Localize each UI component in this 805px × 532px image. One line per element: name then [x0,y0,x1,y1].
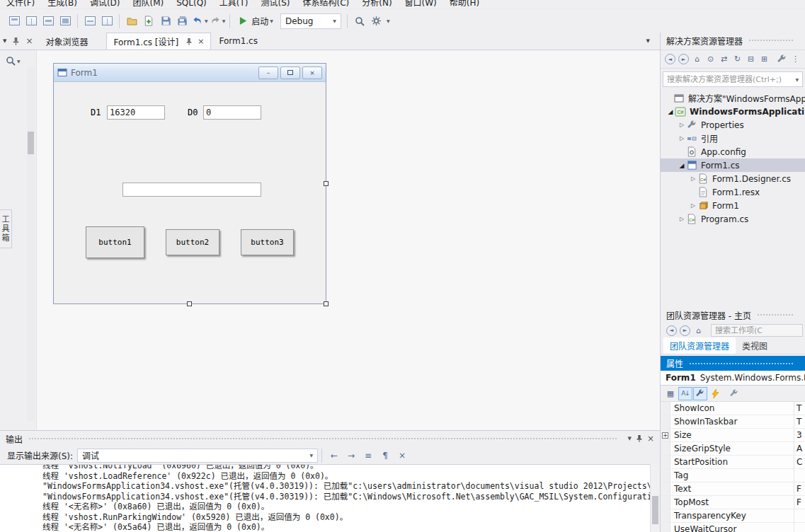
vertical-scrollbar[interactable] [27,67,35,421]
tree-item-form1-resx[interactable]: Form1.resx [661,185,805,199]
expander-collapsed-icon[interactable]: ▷ [689,175,697,182]
property-row[interactable]: TopMost F [661,496,805,509]
work-item-search-box[interactable] [711,324,803,337]
open-file-icon[interactable] [124,13,139,30]
property-value[interactable] [794,523,805,532]
forward-icon[interactable]: ► [678,54,689,64]
back-icon[interactable]: ◄ [666,325,677,336]
property-value[interactable]: T [794,402,805,415]
tree-item-project[interactable]: ◢ C# WindowsFormsApplicati [661,105,805,118]
close-button[interactable]: × [302,66,322,79]
forward-icon[interactable]: ► [680,325,690,336]
events-icon[interactable] [708,387,722,400]
textbox3[interactable] [122,183,261,197]
button1[interactable]: button1 [86,226,144,258]
home-icon[interactable]: ⌂ [692,324,705,337]
menu-tools[interactable]: 工具(T) [213,0,255,9]
drag-grip[interactable] [748,39,794,42]
next-message-icon[interactable]: → [343,449,359,463]
options-gear-icon[interactable] [369,13,384,30]
menu-test[interactable]: 测试(S) [254,0,296,9]
button3[interactable]: button3 [241,229,294,255]
add-item-icon[interactable] [141,13,156,30]
word-wrap-icon[interactable]: ¶ [377,449,393,463]
property-row[interactable]: Text F [661,482,805,496]
tab-form1-design[interactable]: Form1.cs [设计] × [106,33,211,50]
redo-icon[interactable]: ▼ [210,13,226,30]
toolbar-overflow-icon[interactable]: ⋮ [789,52,802,66]
resize-handle-bottom[interactable] [187,301,192,306]
properties-view-icon[interactable] [693,387,707,400]
drag-grip[interactable] [757,313,794,316]
tree-item-properties[interactable]: ▷ Properties [661,118,805,132]
save-icon[interactable] [158,13,173,30]
tree-item-form1-class[interactable]: ▷ Form1 [661,199,805,212]
alphabetical-icon[interactable]: A↓ [678,387,692,400]
minimize-button[interactable]: – [258,66,278,79]
property-pages-icon[interactable] [727,387,741,400]
property-row[interactable]: + Size 3 [661,429,805,442]
chevron-down-icon[interactable]: ▼ [222,18,226,23]
menu-architecture[interactable]: 体系结构(C) [296,0,355,9]
tab-list-chevron-icon[interactable]: ▼ [646,38,650,44]
align-vertical-icon[interactable] [99,13,115,30]
tree-item-references[interactable]: ▷ 引用 [661,132,805,145]
designed-form[interactable]: Form1 – × D1 16320 D0 0 button1 button2 … [53,63,326,304]
menu-build[interactable]: 生成(B) [41,0,84,9]
property-row[interactable]: Tag [661,469,805,482]
expander-collapsed-icon[interactable]: ▷ [678,135,686,141]
collapse-all-icon[interactable]: ⊟ [744,52,758,66]
tree-item-form1-designer[interactable]: ▷ C# Form1.Designer.cs [661,172,805,185]
property-value[interactable]: T [794,415,805,428]
expander-expanded-icon[interactable]: ◢ [666,108,675,115]
property-row[interactable]: StartPosition C [661,456,805,469]
tree-item-programcs[interactable]: ▷ C# Program.cs [661,212,805,226]
save-all-icon[interactable] [175,13,190,30]
categorized-icon[interactable]: ▦ [663,387,678,400]
pin-icon[interactable] [12,37,20,46]
scrollbar-thumb[interactable] [28,132,34,154]
align-horizontal-icon[interactable] [82,13,98,30]
expander-collapsed-icon[interactable]: ▷ [678,122,686,128]
tree-item-solution[interactable]: 解决方案"WindowsFormsApp [661,91,805,105]
output-source-combo[interactable]: 调试 ▼ [77,449,318,463]
properties-object-combo[interactable]: Form1 System.Windows.Forms.F [661,371,805,386]
label-d1[interactable]: D1 [91,108,101,117]
team-explorer-header[interactable]: 团队资源管理器 - 主页 [661,307,805,323]
pin-icon[interactable] [636,434,643,443]
close-icon[interactable]: × [198,37,204,46]
properties-panel-header[interactable]: 属性 [661,356,805,371]
menu-window[interactable]: 窗口(W) [399,0,443,9]
tree-item-form1cs[interactable]: ◢ Form1.cs [661,158,805,172]
property-row[interactable]: SizeGripStyle A [661,442,805,456]
drag-grip[interactable] [28,437,618,440]
output-scrollbar[interactable] [650,464,660,532]
search-icon[interactable]: ▼ [6,56,21,66]
menu-help[interactable]: 帮助(H) [443,0,486,9]
window-layout-icon[interactable] [6,13,22,30]
expand-plus-icon[interactable]: + [662,432,668,439]
property-value[interactable]: F [794,496,805,509]
textbox-d1[interactable]: 16320 [107,105,165,120]
tree-item-appconfig[interactable]: App.config [661,145,805,158]
previous-message-icon[interactable]: ← [326,449,342,463]
pin-icon[interactable] [185,37,193,46]
resize-handle-corner[interactable] [324,301,329,306]
refresh-icon[interactable]: ↻ [731,52,744,66]
property-value[interactable]: C [794,456,805,468]
tab-class-view[interactable]: 类视图 [736,337,774,354]
expander-expanded-icon[interactable]: ◢ [678,162,686,169]
toolbar-overflow-icon[interactable]: ▼ [387,18,390,23]
home-icon[interactable]: ⌂ [690,52,704,66]
solution-search-input[interactable] [663,75,792,84]
property-value[interactable]: A [794,442,805,455]
sync-with-active-document-icon[interactable]: ⇄ [717,52,731,66]
property-value[interactable] [794,509,805,522]
resize-handle-right[interactable] [324,181,329,186]
menu-debug[interactable]: 调试(D) [84,0,127,9]
menu-analyze[interactable]: 分析(N) [355,0,398,9]
properties-wrench-icon[interactable] [775,52,789,66]
solution-search-box[interactable]: ▼ [663,71,803,87]
property-row[interactable]: ShowInTaskbar T [661,415,805,429]
close-icon[interactable]: × [25,36,33,46]
